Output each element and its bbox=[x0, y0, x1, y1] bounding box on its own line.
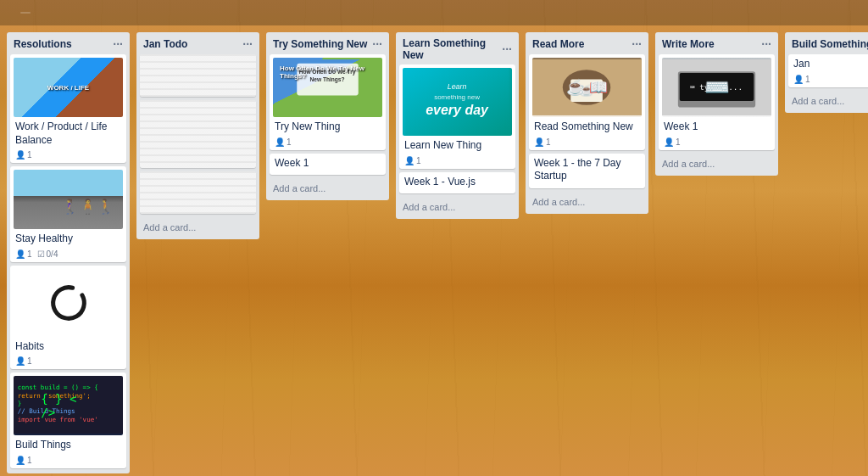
card-try-new-thing[interactable]: How Often Do We Try New Things? Try New … bbox=[270, 54, 386, 150]
list-actions-resolutions[interactable]: ··· bbox=[113, 37, 123, 51]
card-build-things[interactable]: const build = () => { return 'something'… bbox=[10, 372, 126, 468]
meta-icon: 👤 bbox=[534, 137, 544, 147]
card-meta-item: 👤1 bbox=[534, 137, 551, 147]
list-footer-try-something-new: Add a card... bbox=[266, 178, 389, 200]
card-read-something-new[interactable]: ☕ Read Something New👤1 bbox=[529, 54, 645, 150]
list-header-learn-something-new: Learn Something New··· bbox=[396, 32, 519, 64]
list-write-more: Write More··· ⌨ typing... Week 1👤1Add a … bbox=[655, 32, 778, 176]
card-blur3[interactable] bbox=[140, 171, 256, 214]
list-learn-something-new: Learn Something New··· Learn something n… bbox=[396, 32, 519, 219]
add-card-button-jan-todo[interactable]: Add a card... bbox=[143, 221, 253, 234]
svg-text:How Often Do We Try: How Often Do We Try bbox=[299, 69, 356, 76]
meta-icon: 👤 bbox=[404, 156, 415, 165]
card-title-build-things: Build Things bbox=[14, 439, 123, 454]
card-meta-item: 👤1 bbox=[404, 156, 421, 165]
card-title-jan-build: Jan bbox=[792, 58, 868, 73]
list-footer-learn-something-new: Add a card... bbox=[396, 197, 519, 219]
meta-icon: ☑ bbox=[37, 249, 45, 259]
meta-value: 1 bbox=[676, 137, 681, 147]
card-meta-learn-new-thing: 👤1 bbox=[403, 154, 512, 165]
list-cards-build-something: Jan👤1 bbox=[785, 54, 868, 91]
list-header-resolutions: Resolutions··· bbox=[7, 32, 130, 54]
list-actions-learn-something-new[interactable]: ··· bbox=[502, 42, 512, 56]
card-meta-item: 👤1 bbox=[275, 137, 292, 147]
list-jan-todo: Jan Todo···Add a card... bbox=[136, 32, 259, 239]
card-title-week1-7day: Week 1 - the 7 Day Startup bbox=[532, 157, 642, 185]
list-header-try-something-new: Try Something New··· bbox=[266, 32, 389, 54]
card-meta-item: 👤1 bbox=[15, 150, 32, 160]
card-meta-item: 👤1 bbox=[664, 137, 681, 147]
svg-text:Learn: Learn bbox=[448, 82, 467, 91]
card-jan-build[interactable]: Jan👤1 bbox=[788, 54, 868, 87]
list-title-try-something-new: Try Something New bbox=[273, 38, 367, 50]
svg-text:import vue from 'vue': import vue from 'vue' bbox=[18, 416, 98, 423]
list-actions-jan-todo[interactable]: ··· bbox=[242, 37, 253, 51]
svg-text:return 'something';: return 'something'; bbox=[18, 392, 91, 400]
svg-text:☕: ☕ bbox=[580, 83, 594, 98]
add-card-button-read-more[interactable]: Add a card... bbox=[532, 195, 642, 209]
list-actions-read-more[interactable]: ··· bbox=[632, 37, 642, 51]
card-title-stay-healthy: Stay Healthy bbox=[14, 232, 123, 248]
list-header-write-more: Write More··· bbox=[655, 32, 778, 54]
svg-text:New Things?: New Things? bbox=[310, 76, 345, 83]
card-meta-read-something-new: 👤1 bbox=[532, 136, 642, 147]
meta-value: 1 bbox=[27, 249, 32, 259]
card-meta-item: 👤1 bbox=[15, 249, 32, 259]
meta-value: 1 bbox=[805, 75, 810, 84]
list-title-build-something: Build Something bbox=[792, 38, 868, 50]
svg-rect-12 bbox=[406, 68, 509, 136]
card-learn-new-thing[interactable]: Learn something new every day Learn New … bbox=[399, 64, 515, 169]
list-header-read-more: Read More··· bbox=[526, 32, 648, 54]
board-header bbox=[0, 0, 868, 25]
meta-value: 1 bbox=[416, 156, 421, 165]
card-week-1-try[interactable]: Week 1 bbox=[270, 154, 386, 176]
card-meta-jan-build: 👤1 bbox=[792, 73, 868, 84]
list-try-something-new: Try Something New··· How Often Do We Try… bbox=[266, 32, 389, 200]
add-card-button-build-something[interactable]: Add a card... bbox=[792, 94, 868, 108]
card-week1-7day[interactable]: Week 1 - the 7 Day Startup bbox=[529, 154, 645, 188]
board: Resolutions···Work / Product / Life Bala… bbox=[0, 25, 868, 476]
card-stay-healthy[interactable]: 🚶‍♀️🧍🚶 Stay Healthy👤1☑0/4 bbox=[10, 166, 126, 262]
meta-value: 1 bbox=[27, 356, 32, 366]
list-header-build-something: Build Something··· bbox=[785, 32, 868, 54]
card-blur1[interactable] bbox=[140, 54, 256, 97]
card-week1-vuejs[interactable]: Week 1 - Vue.js bbox=[399, 172, 515, 194]
add-card-button-try-something-new[interactable]: Add a card... bbox=[273, 182, 382, 195]
list-actions-write-more[interactable]: ··· bbox=[761, 37, 771, 51]
meta-value: 1 bbox=[27, 150, 32, 160]
card-work-life[interactable]: Work / Product / Life Balance👤1 bbox=[10, 54, 126, 163]
list-cards-jan-todo bbox=[136, 54, 259, 217]
list-title-learn-something-new: Learn Something New bbox=[403, 37, 502, 61]
card-blur2[interactable] bbox=[140, 100, 256, 168]
list-title-read-more: Read More bbox=[532, 38, 584, 50]
list-footer-resolutions: Add a card... bbox=[7, 472, 130, 473]
svg-rect-9 bbox=[297, 64, 359, 96]
card-title-week-1-try: Week 1 bbox=[273, 157, 382, 172]
svg-point-1 bbox=[47, 282, 90, 324]
card-habits[interactable]: Habits👤1 bbox=[10, 266, 126, 370]
meta-icon: 👤 bbox=[793, 75, 804, 84]
list-cards-resolutions: Work / Product / Life Balance👤1 🚶‍♀️🧍🚶 S… bbox=[7, 54, 130, 472]
add-card-button-learn-something-new[interactable]: Add a card... bbox=[403, 200, 512, 214]
svg-text:// Build Things: // Build Things bbox=[18, 408, 75, 416]
meta-icon: 👤 bbox=[15, 456, 25, 465]
list-build-something: Build Something···Jan👤1Add a card... bbox=[785, 32, 868, 113]
svg-rect-18 bbox=[570, 80, 603, 102]
card-week1-write[interactable]: ⌨ typing... Week 1👤1 bbox=[659, 54, 775, 150]
card-meta-stay-healthy: 👤1☑0/4 bbox=[14, 248, 123, 259]
card-title-work-life: Work / Product / Life Balance bbox=[14, 120, 123, 148]
card-title-week1-write: Week 1 bbox=[662, 120, 771, 136]
svg-rect-16 bbox=[532, 59, 642, 115]
meta-icon: 👤 bbox=[664, 137, 674, 147]
card-meta-item: 👤1 bbox=[15, 456, 32, 465]
list-resolutions: Resolutions···Work / Product / Life Bala… bbox=[7, 32, 130, 473]
list-actions-try-something-new[interactable]: ··· bbox=[372, 37, 382, 51]
add-card-button-write-more[interactable]: Add a card... bbox=[662, 157, 771, 171]
meta-value: 1 bbox=[287, 137, 292, 147]
private-badge[interactable] bbox=[20, 12, 31, 14]
card-meta-item: 👤1 bbox=[15, 356, 32, 366]
card-title-read-something-new: Read Something New bbox=[532, 120, 642, 136]
list-footer-jan-todo: Add a card... bbox=[136, 217, 259, 239]
list-footer-read-more: Add a card... bbox=[526, 192, 648, 214]
card-meta-try-new-thing: 👤1 bbox=[273, 136, 382, 147]
